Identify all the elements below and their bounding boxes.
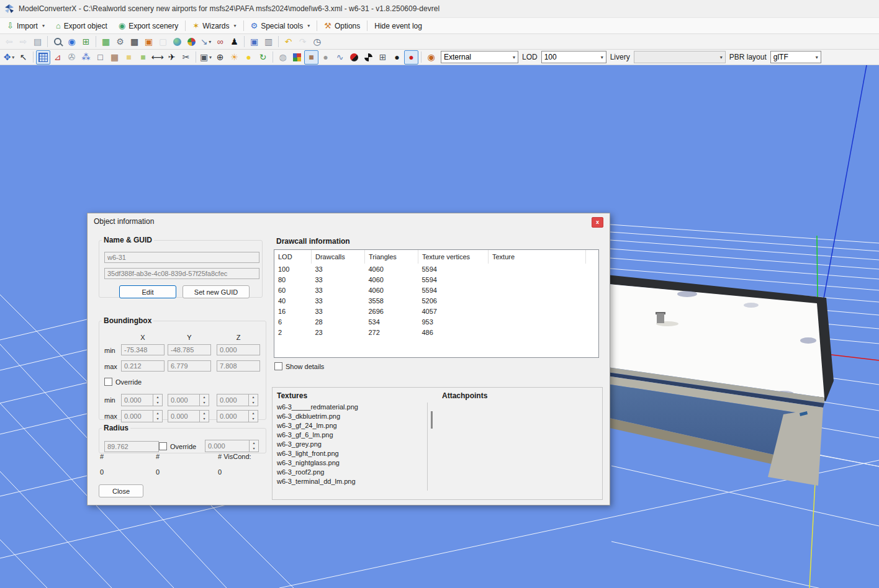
- checkbox-box[interactable]: [274, 362, 282, 370]
- name-field[interactable]: [104, 252, 259, 263]
- animation-editor-icon[interactable]: ▦: [127, 35, 142, 49]
- placemark-icon[interactable]: ◉: [65, 35, 79, 49]
- apple-icon[interactable]: ●: [404, 50, 418, 65]
- column-header[interactable]: LOD: [274, 250, 312, 264]
- drawcall-row[interactable]: 1003340605594: [274, 264, 598, 274]
- column-header[interactable]: Texture: [489, 250, 586, 264]
- spinner-buttons[interactable]: ▴▾: [153, 410, 163, 422]
- spinner-buttons[interactable]: ▴▾: [200, 394, 209, 406]
- bbox-override-checkbox[interactable]: Override: [104, 378, 142, 386]
- panel-divider-handle[interactable]: [431, 411, 433, 429]
- menu-hide-event-log[interactable]: Hide event log: [369, 18, 428, 33]
- bbox-override-max-x-spinner[interactable]: ▴▾: [121, 410, 163, 422]
- view-eye-icon[interactable]: ◉: [424, 50, 438, 65]
- column-header[interactable]: Texture vertices: [418, 250, 489, 264]
- drawcall-row[interactable]: 163326964057: [274, 306, 598, 316]
- bbox-min-y[interactable]: [168, 344, 211, 355]
- bbox-max-z[interactable]: [217, 360, 260, 372]
- drawcall-table[interactable]: LOD Drawcalls Triangles Texture vertices…: [274, 249, 599, 358]
- spinner-input[interactable]: [217, 394, 249, 406]
- drawcall-row[interactable]: 603340605594: [274, 285, 598, 295]
- path-tool-icon[interactable]: ∿: [333, 50, 347, 65]
- yellow-polygon-icon[interactable]: ■: [122, 50, 136, 65]
- menu-export-object[interactable]: ⌂Export object: [50, 18, 113, 33]
- dialog-close-button[interactable]: x: [592, 217, 603, 228]
- spinner-buttons[interactable]: ▴▾: [200, 410, 209, 422]
- bbox-max-x[interactable]: [121, 360, 165, 372]
- hierarchy-icon[interactable]: ⊞: [79, 35, 93, 49]
- report-icon[interactable]: ▥: [261, 35, 276, 49]
- radius-field[interactable]: [104, 441, 159, 452]
- column-header[interactable]: Triangles: [365, 250, 418, 264]
- checkbox-box[interactable]: [159, 442, 167, 450]
- grid-toggle-icon[interactable]: [36, 50, 50, 65]
- drawcall-row[interactable]: 403335585206: [274, 295, 598, 306]
- redblack-ball-icon[interactable]: [347, 50, 361, 65]
- texture-item[interactable]: w6-3_light_front.png: [277, 449, 358, 458]
- texture-item[interactable]: w6-3_terminal_dd_lm.png: [277, 477, 358, 486]
- render-mode-select[interactable]: External▾: [441, 51, 518, 63]
- axes-icon[interactable]: ⊿: [50, 50, 65, 65]
- set-new-guid-button[interactable]: Set new GUID: [183, 285, 250, 298]
- edit-button[interactable]: Edit: [119, 285, 176, 298]
- spinner-input[interactable]: [217, 410, 249, 422]
- xml-editor-icon[interactable]: ▣: [142, 35, 156, 49]
- texture-item[interactable]: w6-3_nightglass.png: [277, 458, 358, 468]
- drawcall-table-header[interactable]: LOD Drawcalls Triangles Texture vertices…: [274, 250, 598, 264]
- wireframe-cube-icon[interactable]: □: [93, 50, 107, 65]
- menu-import[interactable]: ⇩Import▾: [1, 18, 50, 33]
- airplane-icon[interactable]: ✈: [165, 50, 179, 65]
- gray-sphere-icon[interactable]: ●: [318, 50, 333, 65]
- person-scale-icon[interactable]: ♟: [227, 35, 241, 49]
- green-polygon-icon[interactable]: ■: [136, 50, 150, 65]
- texture-item[interactable]: w6-3_roof2.png: [277, 468, 358, 477]
- menu-export-scenery[interactable]: ◉Export scenery: [113, 18, 184, 33]
- menu-special-tools[interactable]: ⚙Special tools▾: [245, 18, 316, 33]
- undo-icon[interactable]: ↶: [281, 35, 295, 49]
- spinner-input[interactable]: [121, 394, 153, 406]
- checker-ball-icon[interactable]: [361, 50, 376, 65]
- texture-item[interactable]: w6-3_grey.png: [277, 440, 358, 449]
- sun-icon[interactable]: ☀: [227, 50, 241, 65]
- bbox-override-min-y-spinner[interactable]: ▴▾: [168, 394, 209, 406]
- spinner-input[interactable]: [168, 410, 200, 422]
- event-log-icon[interactable]: ▤: [30, 35, 45, 49]
- export-mode-icon[interactable]: ↘▾: [199, 35, 213, 49]
- guid-field[interactable]: [104, 268, 259, 279]
- pbr-layout-select[interactable]: glTF▾: [770, 51, 821, 63]
- bbox-min-z[interactable]: [217, 344, 260, 355]
- material-editor-icon[interactable]: ⚙: [113, 35, 127, 49]
- spinner-buttons[interactable]: ▴▾: [153, 394, 163, 406]
- drawcall-row[interactable]: 803340605594: [274, 274, 598, 285]
- color-cube-icon[interactable]: [290, 50, 304, 65]
- texture-item[interactable]: w6-3_gf_6_lm.png: [277, 430, 358, 440]
- camera-icon[interactable]: ▣▾: [199, 50, 213, 65]
- spinner-input[interactable]: [168, 394, 200, 406]
- bbox-override-min-z-spinner[interactable]: ▴▾: [217, 394, 258, 406]
- attachpoint-icon[interactable]: ✇: [65, 50, 79, 65]
- textured-cube-icon[interactable]: ▦: [107, 50, 122, 65]
- bbox-max-y[interactable]: [168, 360, 211, 372]
- spinner-input[interactable]: [205, 440, 250, 452]
- drawcall-row[interactable]: 628534953: [274, 316, 598, 327]
- pointer-icon[interactable]: ↖: [16, 50, 30, 65]
- texture-item[interactable]: w6-3_gf_24_lm.png: [277, 421, 358, 430]
- target-icon[interactable]: ⊕: [213, 50, 227, 65]
- cut-icon[interactable]: ✂: [179, 50, 193, 65]
- textures-list[interactable]: w6-3_____redmaterial.pngw6-3_dkbluetrim.…: [277, 403, 358, 486]
- show-details-checkbox[interactable]: Show details: [274, 362, 324, 370]
- menu-wizards[interactable]: ✶Wizards▾: [187, 18, 241, 33]
- particles-icon[interactable]: ⁂: [79, 50, 93, 65]
- search-texture-icon[interactable]: [50, 35, 65, 49]
- refresh-icon[interactable]: ↻: [256, 50, 270, 65]
- spinner-buttons[interactable]: ▴▾: [250, 440, 259, 452]
- wire-sphere-icon[interactable]: ◍: [276, 50, 290, 65]
- zoom-extents-icon[interactable]: ✥▾: [2, 50, 16, 65]
- texture-item[interactable]: w6-3_____redmaterial.png: [277, 403, 358, 412]
- dialog-title-bar[interactable]: Object information: [88, 213, 610, 229]
- earth-icon[interactable]: [170, 35, 184, 49]
- drawcall-row[interactable]: 223272486: [274, 327, 598, 337]
- spinner-input[interactable]: [121, 410, 153, 422]
- spinner-buttons[interactable]: ▴▾: [249, 410, 258, 422]
- radius-override-checkbox[interactable]: Override: [159, 442, 196, 450]
